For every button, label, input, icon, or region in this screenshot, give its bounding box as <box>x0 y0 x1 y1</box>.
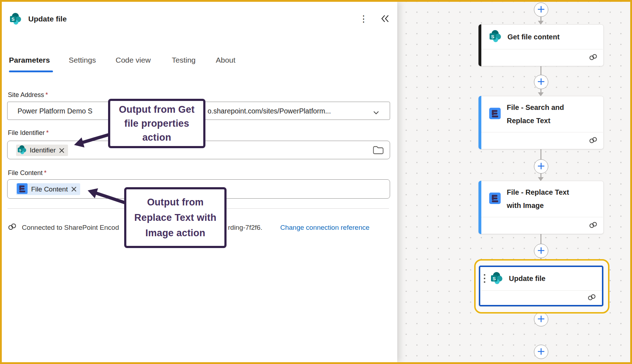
file-picker-button[interactable] <box>373 146 384 156</box>
plus-icon <box>538 348 545 356</box>
plus-icon <box>538 247 545 255</box>
insert-action-button[interactable] <box>534 3 548 17</box>
double-chevron-left-icon <box>381 18 389 24</box>
sharepoint-icon: S <box>491 272 503 286</box>
connector-line <box>540 234 541 244</box>
change-connection-reference-link[interactable]: Change connection reference <box>280 224 369 232</box>
drag-handle-icon[interactable] <box>484 274 485 283</box>
sharepoint-icon: S <box>489 30 501 44</box>
tab-parameters[interactable]: Parameters <box>9 56 50 64</box>
site-address-value: Power Platform Demo S <box>18 107 92 115</box>
encodian-icon <box>489 193 501 205</box>
remove-token-icon[interactable] <box>59 148 64 153</box>
node-title: Update file <box>509 272 545 285</box>
plus-icon <box>538 162 545 171</box>
flow-node-file-search-replace-text[interactable]: File - Search and Replace Text <box>478 96 604 149</box>
required-asterisk: * <box>45 91 48 98</box>
plus-icon <box>538 78 545 86</box>
node-title: File - Search and Replace Text <box>507 101 564 127</box>
insert-action-button[interactable] <box>534 312 548 326</box>
plus-icon <box>538 315 545 324</box>
flow-node-get-file-content[interactable]: S Get file content <box>478 24 604 66</box>
encodian-icon <box>17 183 28 195</box>
action-config-panel: S Update file ⋮ Parameters Settings Code… <box>2 2 397 362</box>
tab-settings[interactable]: Settings <box>69 56 96 64</box>
connection-status-text-suffix: rding-7f2f6. <box>228 224 262 232</box>
node-accent-bar <box>478 24 481 66</box>
required-asterisk: * <box>44 169 47 176</box>
panel-title: Update file <box>28 15 67 23</box>
chevron-down-icon <box>373 110 379 116</box>
node-accent-bar <box>478 181 481 234</box>
tab-about[interactable]: About <box>216 56 235 64</box>
token-label: Identifier <box>30 146 56 154</box>
plus-icon <box>538 6 545 14</box>
node-title: Get file content <box>507 30 560 44</box>
site-address-label: Site Address* <box>8 91 48 99</box>
sharepoint-icon: S <box>18 145 26 156</box>
folder-icon <box>373 150 384 156</box>
svg-text:S: S <box>491 34 494 39</box>
connection-status-text: Connected to SharePoint Encod <box>22 224 119 232</box>
required-asterisk: * <box>46 129 49 136</box>
connection-link-icon[interactable] <box>587 294 596 302</box>
connector-line <box>540 66 541 76</box>
insert-action-button[interactable] <box>534 159 548 174</box>
svg-text:S: S <box>492 276 496 281</box>
connection-link-icon[interactable] <box>589 54 598 62</box>
remove-token-icon[interactable] <box>71 186 77 192</box>
insert-action-button[interactable] <box>534 345 548 359</box>
node-title: File - Replace Text with Image <box>507 186 569 212</box>
node-accent-bar <box>478 96 481 149</box>
tab-code-view[interactable]: Code view <box>116 56 151 64</box>
insert-action-button[interactable] <box>534 244 548 258</box>
tab-testing[interactable]: Testing <box>172 56 196 64</box>
panel-menu-button[interactable]: ⋮ <box>357 12 370 25</box>
annotation-callout-replace-text-image: Output from Replace Text with Image acti… <box>124 187 227 248</box>
connection-link-icon[interactable] <box>589 222 598 230</box>
flow-node-update-file-selected[interactable]: S Update file <box>479 266 603 306</box>
connection-link-icon <box>8 223 17 232</box>
app-window: S Get file content File - Search and Rep… <box>0 0 632 364</box>
dynamic-content-token-file-content[interactable]: File Content <box>16 183 80 195</box>
insert-action-button[interactable] <box>534 75 548 89</box>
connector-line <box>540 149 541 160</box>
dynamic-content-token-identifier[interactable]: S Identifier <box>16 145 68 156</box>
file-identifier-label: File Identifier* <box>8 129 49 137</box>
active-tab-indicator <box>9 71 53 72</box>
flow-node-file-replace-text-with-image[interactable]: File - Replace Text with Image <box>478 181 604 234</box>
token-label: File Content <box>31 185 68 193</box>
panel-collapse-button[interactable] <box>378 13 393 25</box>
site-address-value-url: o.sharepoint.com/sites/PowerPlatform... <box>208 107 331 115</box>
encodian-icon <box>489 108 501 121</box>
sharepoint-icon: S <box>10 13 21 26</box>
file-content-label: File Content* <box>8 169 47 177</box>
svg-text:S: S <box>19 148 21 152</box>
connection-link-icon[interactable] <box>589 137 598 145</box>
svg-text:S: S <box>11 16 15 22</box>
annotation-callout-get-file-properties: Output from Get file properties action <box>108 99 205 148</box>
